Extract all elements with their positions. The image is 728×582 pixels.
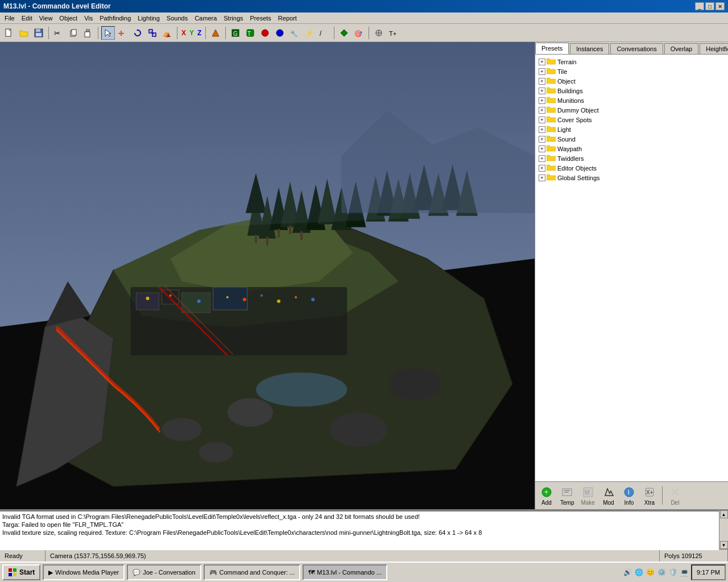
- taskbar-item-cnc[interactable]: 🎮 Command and Conquer: ...: [204, 564, 301, 580]
- panel-btn-mod[interactable]: Mod: [599, 484, 618, 507]
- tree-expand-1[interactable]: +: [539, 68, 545, 75]
- tb-copy[interactable]: [67, 26, 80, 40]
- tb-action4[interactable]: [258, 26, 272, 40]
- close-button[interactable]: ✕: [715, 2, 725, 10]
- tb-save[interactable]: [32, 26, 46, 40]
- panel-btn-del: Del: [666, 484, 684, 507]
- tree-item-object[interactable]: +Object: [537, 76, 726, 86]
- tb-action8[interactable]: /: [317, 26, 331, 40]
- tree-expand-8[interactable]: +: [539, 136, 545, 143]
- panel-btn-info[interactable]: iInfo: [620, 484, 638, 507]
- svg-point-42: [330, 413, 387, 447]
- tree-expand-10[interactable]: +: [539, 155, 545, 162]
- menu-file[interactable]: File: [1, 14, 18, 23]
- svg-text:G: G: [233, 31, 238, 37]
- tree-label-4: Munitions: [557, 97, 584, 104]
- tree-expand-5[interactable]: +: [539, 107, 545, 114]
- tb-select[interactable]: [101, 26, 115, 40]
- tree-item-buildings[interactable]: +Buildings: [537, 86, 726, 95]
- taskbar-item-joe[interactable]: 💬 Joe - Conversation: [127, 564, 201, 580]
- menu-camera[interactable]: Camera: [191, 14, 220, 23]
- tree-expand-12[interactable]: +: [539, 174, 545, 181]
- menu-lighting[interactable]: Lighting: [134, 14, 163, 23]
- tb-action5[interactable]: [273, 26, 287, 40]
- tab-heightfield[interactable]: Heightfield: [700, 43, 728, 54]
- tree-label-10: Twiddlers: [557, 155, 584, 162]
- tree-expand-2[interactable]: +: [539, 78, 545, 85]
- panel-btn-add[interactable]: +Add: [537, 484, 556, 507]
- panel-btn-temp[interactable]: Temp: [558, 484, 576, 507]
- tab-presets[interactable]: Presets: [535, 43, 569, 54]
- tb-open[interactable]: [17, 26, 31, 40]
- panel-btn-label-mod: Mod: [603, 500, 614, 506]
- folder-icon-3: [547, 86, 556, 95]
- panel-btn-xtra[interactable]: X+Xtra: [640, 484, 659, 507]
- tree-item-waypath[interactable]: +Waypath: [537, 144, 726, 153]
- taskbar-item-wmp[interactable]: ▶ Windows Media Player: [43, 564, 125, 580]
- tree-item-tile[interactable]: +Tile: [537, 66, 726, 76]
- tb-action10[interactable]: 🎯: [352, 26, 366, 40]
- folder-icon-4: [547, 96, 556, 105]
- menu-report[interactable]: Report: [275, 14, 300, 23]
- tree-item-twiddlers[interactable]: +Twiddlers: [537, 153, 726, 163]
- tb-action1[interactable]: [209, 26, 222, 40]
- tb-move[interactable]: ✛: [116, 26, 130, 40]
- menu-pathfinding[interactable]: Pathfinding: [96, 14, 134, 23]
- tb-action9[interactable]: [337, 26, 351, 40]
- taskbar-item-editor[interactable]: 🗺 M13.lvl - Commando ...: [303, 564, 387, 580]
- tb-action7[interactable]: ⚡: [303, 26, 316, 40]
- start-label: Start: [19, 568, 35, 576]
- start-button[interactable]: Start: [2, 564, 40, 580]
- tree-expand-0[interactable]: +: [539, 59, 545, 65]
- tb-action2[interactable]: G: [229, 26, 242, 40]
- tree-item-munitions[interactable]: +Munitions: [537, 95, 726, 105]
- tb-action11[interactable]: [372, 26, 386, 40]
- menu-object[interactable]: Object: [56, 14, 81, 23]
- tree-expand-7[interactable]: +: [539, 126, 545, 133]
- tree-item-terrain[interactable]: +Terrain: [537, 57, 726, 66]
- tab-overlap[interactable]: Overlap: [664, 43, 699, 54]
- menu-vis[interactable]: Vis: [81, 14, 96, 23]
- tab-instances[interactable]: Instances: [570, 43, 609, 54]
- tb-action6[interactable]: 🔧: [288, 26, 301, 40]
- panel-bottom-toolbar: +AddTempMMakeModiInfoX+XtraDel: [535, 481, 728, 509]
- log-scrollbar[interactable]: ▲ ▼: [719, 510, 728, 549]
- status-camera-text: Camera (1537.75,1556.59,969.75): [50, 552, 146, 559]
- tree-item-dummy-object[interactable]: +Dummy Object: [537, 105, 726, 115]
- tree-item-light[interactable]: +Light: [537, 124, 726, 134]
- tree-item-sound[interactable]: +Sound: [537, 134, 726, 144]
- menu-strings[interactable]: Strings: [220, 14, 246, 23]
- folder-icon-9: [547, 144, 556, 153]
- menu-view[interactable]: View: [36, 14, 56, 23]
- tray-icon-1: 🔊: [623, 568, 632, 577]
- tb-scale[interactable]: [146, 26, 159, 40]
- menu-presets[interactable]: Presets: [247, 14, 275, 23]
- tree-expand-6[interactable]: +: [539, 117, 545, 123]
- tree-item-editor-objects[interactable]: +Editor Objects: [537, 163, 726, 173]
- tb-rotate[interactable]: [131, 26, 144, 40]
- tb-paste[interactable]: [81, 26, 95, 40]
- tb-tool5[interactable]: ⛺: [160, 26, 174, 40]
- menu-edit[interactable]: Edit: [18, 14, 36, 23]
- panel-btn-icon-make: M: [581, 485, 595, 499]
- tree-expand-9[interactable]: +: [539, 146, 545, 152]
- menu-sounds[interactable]: Sounds: [163, 14, 191, 23]
- tree-item-global-settings[interactable]: +Global Settings: [537, 173, 726, 182]
- minimize-button[interactable]: _: [695, 2, 704, 10]
- tree-item-cover-spots[interactable]: +Cover Spots: [537, 115, 726, 124]
- tab-conversations[interactable]: Conversations: [610, 43, 663, 54]
- tree-expand-3[interactable]: +: [539, 88, 545, 94]
- svg-point-78: [243, 298, 246, 301]
- svg-text:T+: T+: [389, 30, 396, 37]
- tb-new[interactable]: [2, 26, 16, 40]
- tree-label-0: Terrain: [557, 59, 577, 65]
- tb-action3[interactable]: T: [243, 26, 257, 40]
- maximize-button[interactable]: □: [705, 2, 714, 10]
- tree-expand-4[interactable]: +: [539, 97, 545, 104]
- tree-container[interactable]: +Terrain+Tile+Object+Buildings+Munitions…: [535, 55, 728, 481]
- svg-rect-64: [255, 235, 257, 243]
- viewport[interactable]: [0, 42, 535, 509]
- tb-cut[interactable]: ✂: [52, 26, 65, 40]
- tree-expand-11[interactable]: +: [539, 165, 545, 172]
- tb-action12[interactable]: T+: [387, 26, 400, 40]
